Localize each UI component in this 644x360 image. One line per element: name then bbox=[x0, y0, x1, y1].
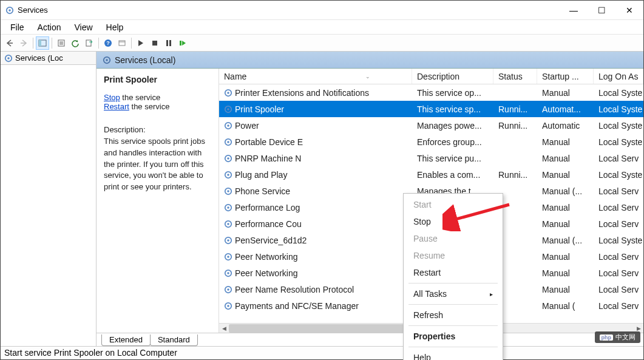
service-icon bbox=[224, 236, 232, 245]
maximize-button[interactable]: ☐ bbox=[588, 1, 615, 19]
service-logon: Local Serv bbox=[594, 186, 643, 196]
service-logon: Local Syste bbox=[594, 104, 643, 114]
service-name: Power bbox=[235, 121, 259, 131]
back-button[interactable] bbox=[3, 36, 16, 50]
tab-standard[interactable]: Standard bbox=[150, 335, 198, 346]
service-name: Peer Networking bbox=[235, 268, 298, 278]
tree-pane: Services (Loc bbox=[1, 52, 97, 346]
menu-help[interactable]: Help bbox=[100, 21, 130, 33]
titlebar: Services — ☐ ✕ bbox=[1, 1, 643, 20]
service-desc: Manages powe... bbox=[412, 121, 493, 131]
detail-pane: Print Spooler Stop the service Restart t… bbox=[97, 69, 219, 333]
service-status: Runni... bbox=[493, 104, 537, 114]
svg-rect-15 bbox=[169, 40, 171, 46]
ctx-start: Start bbox=[404, 196, 503, 213]
service-name: Portable Device E bbox=[235, 137, 303, 147]
col-description[interactable]: Description bbox=[412, 69, 493, 84]
svg-point-20 bbox=[106, 59, 108, 61]
table-row[interactable]: Print SpoolerThis service sp...Runni...A… bbox=[219, 101, 643, 117]
ctx-refresh[interactable]: Refresh bbox=[404, 307, 503, 324]
service-icon bbox=[224, 187, 232, 195]
service-icon bbox=[224, 285, 232, 294]
service-desc: Enables a com... bbox=[412, 170, 493, 180]
service-name: PNRP Machine N bbox=[235, 154, 301, 163]
ctx-restart[interactable]: Restart bbox=[404, 264, 503, 281]
service-icon bbox=[224, 105, 232, 114]
start-service-button[interactable] bbox=[134, 36, 147, 50]
service-name: PenService_6d1d2 bbox=[235, 236, 307, 245]
service-startup: Manual (... bbox=[537, 236, 594, 245]
service-name: Print Spooler bbox=[235, 104, 284, 114]
service-logon: Local Serv bbox=[594, 219, 643, 229]
minimize-button[interactable]: — bbox=[560, 1, 588, 19]
service-name: Peer Networking bbox=[235, 252, 298, 262]
toolbar: ? bbox=[1, 35, 643, 52]
service-name: Peer Name Resolution Protocol bbox=[235, 285, 354, 294]
service-startup: Manual ( bbox=[537, 301, 594, 311]
col-status[interactable]: Status bbox=[493, 69, 537, 84]
service-icon bbox=[224, 89, 232, 97]
tab-extended[interactable]: Extended bbox=[101, 335, 151, 346]
menu-file[interactable]: File bbox=[4, 21, 30, 33]
service-icon bbox=[224, 269, 232, 277]
service-logon: Local Serv bbox=[594, 203, 643, 212]
col-name[interactable]: Name⌄ bbox=[219, 69, 412, 84]
statusbar: Start service Print Spooler on Local Com… bbox=[1, 346, 643, 359]
col-logon[interactable]: Log On As bbox=[594, 69, 643, 84]
stop-service-button[interactable] bbox=[162, 36, 175, 50]
service-logon: Local Syste bbox=[594, 236, 643, 245]
svg-point-22 bbox=[227, 92, 229, 94]
pause-service-button[interactable] bbox=[148, 36, 161, 50]
service-startup: Automat... bbox=[537, 104, 594, 114]
service-logon: Local Syste bbox=[594, 121, 643, 131]
ctx-resume: Resume bbox=[404, 247, 503, 264]
view-tabs: Extended Standard bbox=[97, 333, 643, 346]
svg-text:?: ? bbox=[106, 40, 110, 46]
table-row[interactable]: Printer Extensions and NotificationsThis… bbox=[219, 84, 643, 101]
service-icon bbox=[224, 138, 232, 146]
service-startup: Manual bbox=[537, 154, 594, 163]
service-status: Runni... bbox=[493, 121, 537, 131]
menu-view[interactable]: View bbox=[68, 21, 98, 33]
svg-rect-11 bbox=[119, 41, 125, 46]
svg-point-34 bbox=[227, 190, 229, 192]
pane-header: Services (Local) bbox=[97, 52, 643, 69]
service-logon: Local Syste bbox=[594, 137, 643, 147]
ctx-pause: Pause bbox=[404, 230, 503, 247]
properties-button[interactable] bbox=[55, 36, 68, 50]
col-startup[interactable]: Startup ... bbox=[537, 69, 594, 84]
svg-point-26 bbox=[227, 124, 229, 127]
gear-icon bbox=[4, 54, 13, 63]
context-menu: Start Stop Pause Resume Restart All Task… bbox=[403, 193, 503, 360]
service-desc: This service op... bbox=[412, 88, 493, 98]
menu-action[interactable]: Action bbox=[32, 21, 67, 33]
table-row[interactable]: Portable Device EEnforces group...Manual… bbox=[219, 134, 643, 150]
service-desc: Enforces group... bbox=[412, 137, 493, 147]
table-row[interactable]: Plug and PlayEnables a com...Runni...Man… bbox=[219, 166, 643, 183]
table-row[interactable]: PowerManages powe...Runni...AutomaticLoc… bbox=[219, 117, 643, 134]
tree-root-item[interactable]: Services (Loc bbox=[1, 52, 96, 65]
ctx-properties[interactable]: Properties bbox=[404, 328, 503, 345]
close-button[interactable]: ✕ bbox=[615, 1, 643, 19]
service-startup: Manual (... bbox=[537, 186, 594, 196]
export-button[interactable] bbox=[83, 36, 96, 50]
show-hide-tree-button[interactable] bbox=[36, 36, 49, 50]
table-row[interactable]: PNRP Machine NThis service pu...ManualLo… bbox=[219, 150, 643, 166]
help-button[interactable]: ? bbox=[101, 36, 115, 50]
restart-link[interactable]: Restart bbox=[104, 102, 129, 111]
service-icon bbox=[224, 171, 232, 179]
service-name: Payments and NFC/SE Manager bbox=[235, 301, 359, 311]
ctx-stop[interactable]: Stop bbox=[404, 213, 503, 230]
service-icon bbox=[224, 220, 232, 228]
forward-button[interactable] bbox=[17, 36, 30, 50]
service-startup: Automatic bbox=[537, 121, 594, 131]
ctx-all-tasks[interactable]: All Tasks▸ bbox=[404, 285, 503, 302]
list-button[interactable] bbox=[115, 36, 129, 50]
stop-link[interactable]: Stop bbox=[104, 93, 120, 102]
service-name: Performance Log bbox=[235, 203, 300, 212]
scroll-left-icon[interactable]: ◀ bbox=[219, 324, 229, 333]
refresh-button[interactable] bbox=[69, 36, 82, 50]
ctx-help[interactable]: Help bbox=[404, 349, 503, 360]
restart-service-button[interactable] bbox=[176, 36, 189, 50]
svg-point-40 bbox=[227, 239, 229, 242]
